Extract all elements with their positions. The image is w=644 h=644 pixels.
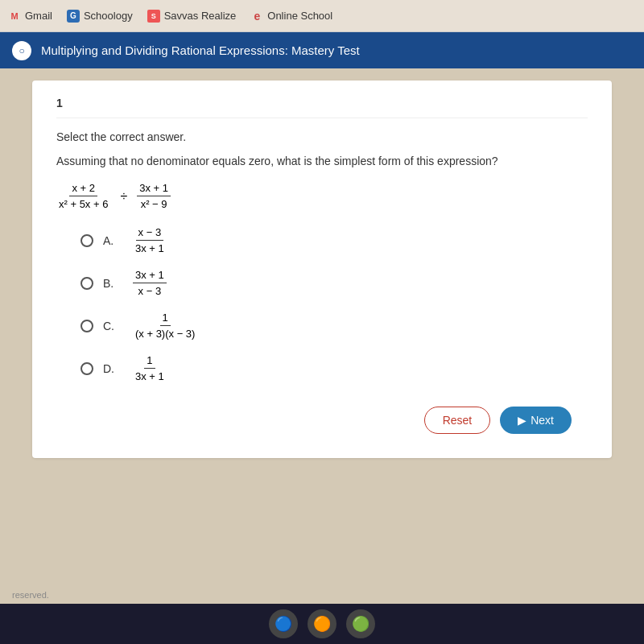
tab-gmail[interactable]: M Gmail (8, 10, 52, 23)
numerator-2: 3x + 1 (137, 182, 171, 196)
choice-c-label: C. (103, 320, 123, 332)
math-expression: x + 2 x² + 5x + 6 ÷ 3x + 1 x² − 9 (56, 182, 588, 210)
choice-d-numerator: 1 (144, 354, 155, 369)
savvas-icon: S (147, 10, 160, 23)
tab-online-school-label: Online School (267, 10, 332, 22)
edmentum-icon: e (250, 10, 263, 23)
fraction-2: 3x + 1 x² − 9 (137, 182, 171, 210)
next-button[interactable]: ▶ Next (500, 407, 572, 434)
tab-schoology-label: Schoology (84, 10, 133, 22)
question-number: 1 (56, 97, 588, 118)
radio-a[interactable] (80, 234, 93, 247)
tab-online-school[interactable]: e Online School (250, 10, 332, 23)
choice-d-label: D. (103, 362, 123, 375)
taskbar-icon-2[interactable]: 🟠 (308, 609, 336, 638)
radio-b[interactable] (80, 277, 93, 290)
question-card: 1 Select the correct answer. Assuming th… (32, 80, 612, 458)
main-content: 1 Select the correct answer. Assuming th… (0, 68, 644, 604)
choice-a-fraction: x − 3 3x + 1 (133, 226, 167, 254)
taskbar: 🔵 🟠 🟢 (0, 604, 644, 644)
answer-choices: A. x − 3 3x + 1 B. 3x + 1 x − 3 (80, 226, 588, 382)
choice-c-fraction: 1 (x + 3)(x − 3) (133, 312, 197, 340)
tab-savvas-label: Savvas Realize (164, 10, 237, 22)
choice-d-fraction: 1 3x + 1 (133, 354, 167, 382)
taskbar-icon-3[interactable]: 🟢 (346, 609, 375, 638)
header-icon: ○ (12, 41, 31, 60)
denominator-2: x² − 9 (138, 196, 170, 210)
question-text: Assuming that no denominator equals zero… (56, 153, 588, 170)
schoology-icon: G (67, 10, 80, 23)
fraction-1: x + 2 x² + 5x + 6 (56, 182, 110, 210)
choice-b-denominator: x − 3 (136, 283, 164, 297)
gmail-icon: M (8, 10, 21, 23)
cursor-icon: ▶ (518, 414, 526, 427)
choice-a-numerator: x − 3 (136, 226, 164, 241)
choice-b-label: B. (103, 277, 123, 290)
instruction-text: Select the correct answer. (56, 130, 588, 143)
next-button-label: Next (530, 414, 554, 427)
denominator-1: x² + 5x + 6 (56, 196, 110, 210)
choice-b[interactable]: B. 3x + 1 x − 3 (80, 269, 588, 297)
choice-c-numerator: 1 (160, 312, 171, 326)
choice-b-numerator: 3x + 1 (133, 269, 167, 283)
division-operator: ÷ (120, 189, 127, 204)
choice-d-denominator: 3x + 1 (133, 369, 167, 382)
radio-d[interactable] (80, 362, 93, 375)
choice-b-fraction: 3x + 1 x − 3 (133, 269, 167, 297)
reset-button[interactable]: Reset (424, 407, 491, 434)
choice-a-label: A. (103, 234, 123, 247)
taskbar-icon-1[interactable]: 🔵 (269, 609, 298, 638)
page-header: ○ Multiplying and Dividing Rational Expr… (0, 32, 644, 68)
choice-c[interactable]: C. 1 (x + 3)(x − 3) (80, 312, 588, 340)
choice-c-denominator: (x + 3)(x − 3) (133, 326, 197, 340)
numerator-1: x + 2 (69, 182, 97, 196)
tab-bar: M Gmail G Schoology S Savvas Realize e O… (0, 0, 644, 32)
page-title: Multiplying and Dividing Rational Expres… (41, 43, 360, 57)
footer-reserved: reserved. (12, 590, 49, 600)
tab-schoology[interactable]: G Schoology (67, 10, 133, 23)
choice-a-denominator: 3x + 1 (133, 241, 167, 254)
buttons-row: Reset ▶ Next (56, 407, 588, 434)
choice-a[interactable]: A. x − 3 3x + 1 (80, 226, 588, 254)
radio-c[interactable] (80, 320, 93, 332)
tab-savvas[interactable]: S Savvas Realize (147, 10, 237, 23)
choice-d[interactable]: D. 1 3x + 1 (80, 354, 588, 382)
tab-gmail-label: Gmail (25, 10, 52, 22)
